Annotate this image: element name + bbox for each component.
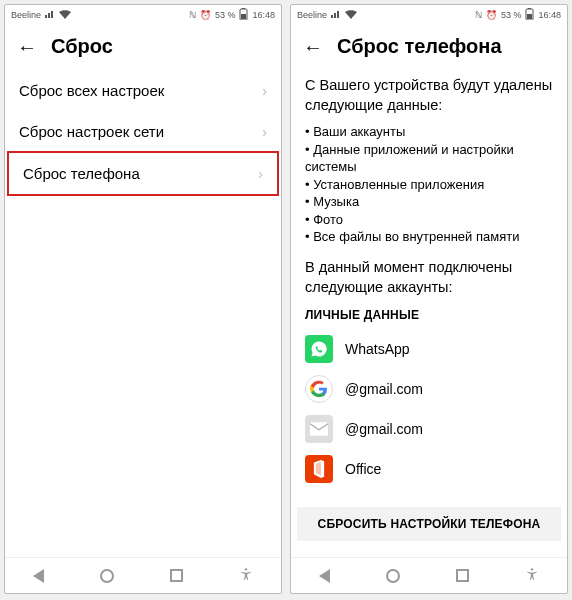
screen-reset-phone-detail: Beeline ℕ ⏰ 53 % 16:48 ← Сброс телефона … [290,4,568,594]
nav-home-icon[interactable] [100,569,114,583]
list-item-reset-all[interactable]: Сброс всех настроек › [5,70,281,111]
time-label: 16:48 [538,10,561,20]
wifi-icon [59,10,71,21]
battery-label: 53 % [501,10,522,20]
header: ← Сброс [5,25,281,70]
nav-back-icon[interactable] [33,569,44,583]
bullet-item: Музыка [305,193,553,211]
list-item-reset-network[interactable]: Сброс настроек сети › [5,111,281,152]
nfc-icon: ℕ [189,10,196,20]
back-icon[interactable]: ← [17,37,37,57]
nav-recent-icon[interactable] [456,569,469,582]
android-navbar [291,557,567,593]
svg-rect-6 [527,14,532,19]
chevron-right-icon: › [262,83,267,99]
bullet-item: Ваши аккаунты [305,123,553,141]
chevron-right-icon: › [258,166,263,182]
account-label: @gmail.com [345,380,423,399]
signal-icon [45,10,55,20]
carrier-label: Beeline [11,10,41,20]
account-row-google[interactable]: @gmail.com [305,369,553,409]
time-label: 16:48 [252,10,275,20]
svg-rect-1 [242,8,245,9]
nav-accessibility-icon[interactable] [239,567,253,585]
warning-text: С Вашего устройства будут удалены следую… [305,76,553,115]
svg-rect-2 [241,14,246,19]
content-area: С Вашего устройства будут удалены следую… [291,70,567,499]
personal-data-section-title: ЛИЧНЫЕ ДАННЫЕ [305,307,553,323]
account-label: WhatsApp [345,340,410,359]
google-icon [305,375,333,403]
nav-back-icon[interactable] [319,569,330,583]
signal-icon [331,10,341,20]
nav-accessibility-icon[interactable] [525,567,539,585]
office-icon [305,455,333,483]
account-row-mail[interactable]: @gmail.com [305,409,553,449]
account-label: Office [345,460,381,479]
svg-point-3 [245,568,247,570]
carrier-label: Beeline [297,10,327,20]
battery-icon [239,8,248,22]
svg-point-8 [531,568,533,570]
bullet-item: Данные приложений и настройки системы [305,141,553,176]
alarm-icon: ⏰ [200,10,211,20]
nav-recent-icon[interactable] [170,569,183,582]
mail-icon [305,415,333,443]
svg-rect-5 [528,8,531,9]
bullet-item: Установленные приложения [305,176,553,194]
reset-phone-button[interactable]: СБРОСИТЬ НАСТРОЙКИ ТЕЛЕФОНА [297,507,561,541]
page-title: Сброс телефона [337,35,502,58]
account-label: @gmail.com [345,420,423,439]
reset-options-list: Сброс всех настроек › Сброс настроек сет… [5,70,281,196]
header: ← Сброс телефона [291,25,567,70]
bullet-item: Фото [305,211,553,229]
battery-label: 53 % [215,10,236,20]
alarm-icon: ⏰ [486,10,497,20]
accounts-intro: В данный момент подключены следующие акк… [305,258,553,297]
back-icon[interactable]: ← [303,37,323,57]
bullet-item: Все файлы во внутренней памяти [305,228,553,246]
wifi-icon [345,10,357,21]
list-item-label: Сброс настроек сети [19,123,164,140]
whatsapp-icon [305,335,333,363]
account-row-whatsapp[interactable]: WhatsApp [305,329,553,369]
status-bar: Beeline ℕ ⏰ 53 % 16:48 [5,5,281,25]
battery-icon [525,8,534,22]
screen-reset-menu: Beeline ℕ ⏰ 53 % 16:48 ← Сброс Сброс все… [4,4,282,594]
data-deletion-list: Ваши аккаунты Данные приложений и настро… [305,123,553,246]
account-row-office[interactable]: Office [305,449,553,489]
nfc-icon: ℕ [475,10,482,20]
nav-home-icon[interactable] [386,569,400,583]
list-item-label: Сброс телефона [23,165,140,182]
list-item-reset-phone[interactable]: Сброс телефона › [7,151,279,196]
list-item-label: Сброс всех настроек [19,82,164,99]
svg-rect-7 [310,423,328,437]
android-navbar [5,557,281,593]
page-title: Сброс [51,35,113,58]
status-bar: Beeline ℕ ⏰ 53 % 16:48 [291,5,567,25]
chevron-right-icon: › [262,124,267,140]
